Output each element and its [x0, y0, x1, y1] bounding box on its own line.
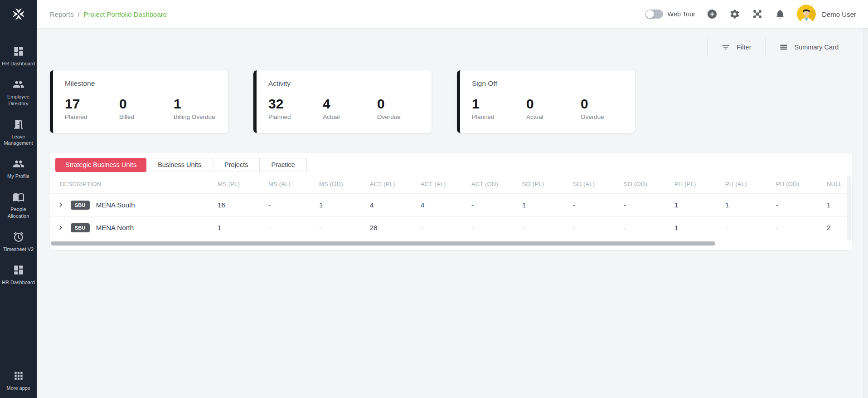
app-logo[interactable]	[0, 0, 37, 28]
dashboard-icon	[13, 45, 24, 57]
notifications-button[interactable]	[774, 8, 786, 20]
column-header[interactable]: MS (AL)	[268, 181, 319, 187]
cell-value: 1	[674, 201, 725, 209]
page-toolbar: Filter Summary Card	[50, 38, 852, 56]
sidebar-item-label: Leave Management	[1, 133, 36, 147]
tab-projects[interactable]: Projects	[213, 158, 260, 172]
user-menu[interactable]: Demo User	[797, 5, 856, 24]
cell-value: -	[624, 201, 674, 209]
expand-row-button[interactable]	[55, 223, 65, 233]
filter-button[interactable]: Filter	[708, 43, 765, 52]
stat-label: Overdue	[581, 113, 635, 120]
column-header[interactable]: MS (PL)	[218, 181, 268, 187]
cell-value: -	[776, 224, 827, 231]
filter-label: Filter	[737, 44, 751, 51]
cell-value: 1	[725, 201, 776, 209]
sidebar-item-employee-directory[interactable]: Employee Directory	[0, 77, 37, 109]
table: DESCRIPTION MS (PL)MS (AL)MS (OD)ACT (PL…	[50, 175, 852, 239]
cell-value: 28	[370, 224, 421, 231]
stat-value: 4	[323, 97, 377, 111]
main-column: Reports / Project Portfolio Dashboard We…	[37, 0, 868, 398]
stat-value: 17	[65, 97, 119, 111]
cell-value: 1	[674, 224, 725, 231]
stat-label: Planned	[472, 113, 526, 120]
window-scrollbar[interactable]	[863, 0, 868, 398]
card-title: Milestone	[65, 79, 228, 88]
toggle-track[interactable]	[645, 10, 663, 19]
avatar	[797, 5, 816, 24]
column-header[interactable]: PH (PL)	[674, 181, 725, 187]
stat-label: Actual	[323, 113, 377, 120]
column-header[interactable]: ACT (AL)	[421, 181, 471, 187]
expand-row-button[interactable]	[55, 200, 65, 210]
sidebar-item-timesheet-v2[interactable]: Timesheet V2	[0, 229, 37, 255]
settings-button[interactable]	[729, 8, 741, 20]
card-title: Activity	[268, 79, 432, 88]
apps-grid-icon	[13, 370, 24, 382]
sidebar-item-people-allocation[interactable]: People Allocation	[0, 189, 37, 221]
cell-value: -	[319, 224, 370, 231]
cell-value: 16	[218, 201, 268, 209]
table-row[interactable]: SBU MENA North 1--28-----1--2	[50, 216, 852, 239]
stat: 32 Planned	[268, 97, 323, 120]
horizontal-scrollbar-thumb[interactable]	[51, 241, 715, 246]
sbu-badge: SBU	[71, 223, 90, 232]
cell-value: -	[573, 201, 624, 209]
sidebar-item-leave-management[interactable]: Leave Management	[0, 117, 37, 149]
stat-value: 0	[581, 97, 635, 111]
column-header[interactable]: MS (OD)	[319, 181, 370, 187]
bell-icon	[775, 9, 786, 20]
tab-business-units[interactable]: Business Units	[146, 158, 213, 172]
column-header[interactable]: SO (OD)	[624, 181, 674, 187]
breadcrumb-reports-link[interactable]: Reports	[50, 10, 74, 18]
breadcrumb-separator: /	[78, 10, 80, 18]
sidebar-item-label: Timesheet V2	[3, 246, 34, 253]
column-header[interactable]: SO (PL)	[522, 181, 573, 187]
sidebar-item-hr-dashboard[interactable]: HR Dashboard	[0, 44, 37, 69]
integrations-button[interactable]	[752, 8, 763, 20]
summary-card-label: Summary Card	[795, 44, 839, 51]
sbu-badge: SBU	[71, 201, 90, 210]
sidebar-item-label: Employee Directory	[1, 93, 36, 107]
table-row[interactable]: SBU MENA South 16-144-1--11-1	[50, 194, 852, 216]
column-header[interactable]: ACT (PL)	[370, 181, 421, 187]
column-header[interactable]: PH (AL)	[725, 181, 776, 187]
column-header[interactable]: PH (OD)	[776, 181, 827, 187]
alarm-clock-icon	[13, 231, 24, 243]
stat-label: Actual	[526, 113, 581, 120]
tab-strategic-business-units[interactable]: Strategic Business Units	[55, 158, 146, 172]
column-header[interactable]: ACT (OD)	[471, 181, 522, 187]
summary-card-sign-off: Sign Off 1 Planned 0 Actual 0 Overdue	[457, 70, 635, 133]
tab-practice[interactable]: Practice	[259, 158, 306, 172]
cell-value: -	[776, 201, 827, 209]
card-title: Sign Off	[472, 79, 635, 88]
sidebar-item-hr-dashboard-2[interactable]: HR Dashboard	[0, 262, 37, 288]
table-inner: DESCRIPTION MS (PL)MS (AL)MS (OD)ACT (PL…	[50, 175, 852, 239]
cell-value: -	[268, 201, 319, 209]
cell-value: -	[268, 224, 319, 231]
topbar: Reports / Project Portfolio Dashboard We…	[37, 0, 868, 28]
column-header[interactable]: SO (AL)	[573, 181, 624, 187]
column-header-description[interactable]: DESCRIPTION	[50, 181, 218, 187]
summary-card-activity: Activity 32 Planned 4 Actual 0 Overdue	[253, 70, 432, 133]
cell-value: -	[573, 224, 624, 231]
toggle-knob[interactable]	[646, 10, 654, 18]
sidebar-item-more-apps[interactable]: More apps	[0, 368, 37, 398]
cell-value: -	[471, 201, 522, 209]
cell-value: 1	[319, 201, 370, 209]
stat-label: Overdue	[377, 113, 432, 120]
card-stats: 32 Planned 4 Actual 0 Overdue	[268, 97, 432, 120]
sidebar-item-label: More apps	[7, 385, 30, 392]
horizontal-scrollbar[interactable]	[51, 241, 851, 246]
chevron-right-icon	[57, 224, 64, 231]
vertical-scrollbar[interactable]	[847, 176, 851, 241]
description-cell: SBU MENA North	[50, 223, 218, 233]
book-icon	[13, 191, 24, 203]
sidebar-item-my-profile[interactable]: My Profile	[0, 156, 37, 182]
web-tour-toggle[interactable]: Web Tour	[645, 10, 696, 19]
add-button[interactable]	[706, 8, 718, 20]
stat: 0 Overdue	[377, 97, 432, 120]
nodes-icon	[752, 9, 763, 20]
summary-card-button[interactable]: Summary Card	[766, 43, 853, 52]
dashboard-icon	[13, 264, 24, 276]
